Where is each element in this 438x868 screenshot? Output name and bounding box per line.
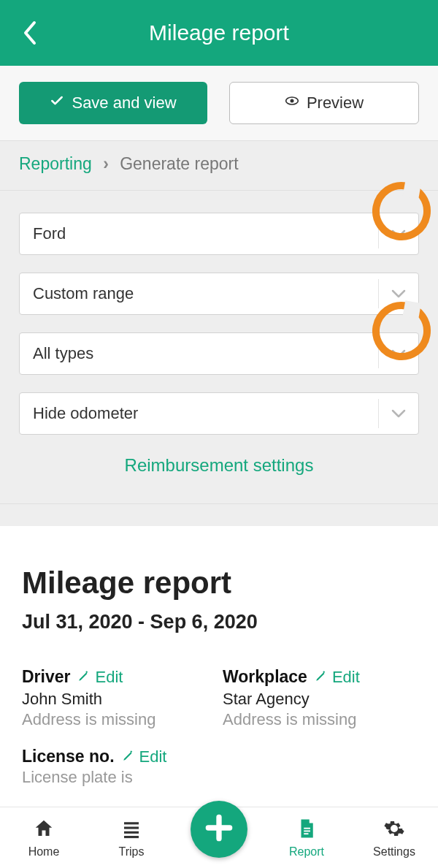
- save-and-view-button[interactable]: Save and view: [19, 82, 207, 124]
- odometer-select[interactable]: Hide odometer: [19, 392, 419, 435]
- preview-button[interactable]: Preview: [229, 82, 419, 124]
- top-bar: Mileage report: [0, 0, 438, 66]
- gear-icon: [383, 818, 405, 842]
- driver-block: Driver Edit John Smith Address is missin…: [22, 667, 215, 729]
- date-range-select-value: Custom range: [33, 284, 134, 303]
- home-icon: [33, 818, 55, 842]
- svg-rect-2: [124, 822, 139, 824]
- nav-report[interactable]: Report: [263, 807, 350, 868]
- nav-home[interactable]: Home: [0, 807, 88, 868]
- svg-rect-6: [304, 827, 310, 829]
- workplace-block: Workplace Edit Star Agency Address is mi…: [223, 667, 416, 729]
- preview-button-label: Preview: [307, 94, 364, 113]
- svg-rect-7: [304, 830, 310, 831]
- breadcrumb: Reporting › Generate report: [0, 141, 438, 191]
- driver-missing: Address is missing: [22, 710, 215, 729]
- nav-trips[interactable]: Trips: [88, 807, 175, 868]
- workplace-label: Workplace: [223, 667, 307, 687]
- chevron-down-icon: [378, 219, 418, 248]
- driver-label: Driver: [22, 667, 70, 687]
- breadcrumb-root[interactable]: Reporting: [19, 154, 92, 173]
- workplace-missing: Address is missing: [223, 710, 416, 729]
- chevron-right-icon: ›: [103, 154, 109, 173]
- svg-point-1: [290, 99, 293, 103]
- nav-label: Report: [289, 845, 324, 859]
- save-button-label: Save and view: [72, 94, 176, 113]
- svg-rect-3: [124, 826, 139, 829]
- plus-icon: [203, 812, 235, 847]
- chevron-down-icon: [378, 339, 418, 368]
- odometer-select-value: Hide odometer: [33, 404, 138, 423]
- edit-workplace-link[interactable]: Edit: [315, 668, 360, 687]
- pencil-icon: [77, 668, 91, 687]
- report-title: Mileage report: [22, 566, 416, 601]
- reimbursement-row: Reimbursement settings: [19, 435, 419, 481]
- nav-add-wrap: [175, 807, 263, 868]
- edit-label: Edit: [95, 668, 123, 687]
- document-icon: [296, 818, 318, 842]
- nav-label: Settings: [373, 845, 415, 859]
- vehicle-select-value: Ford: [33, 224, 66, 243]
- list-icon: [120, 818, 142, 842]
- svg-rect-4: [124, 831, 139, 833]
- action-bar: Save and view Preview: [0, 66, 438, 141]
- breadcrumb-current: Generate report: [120, 154, 238, 173]
- page-title: Mileage report: [149, 20, 289, 45]
- date-range-select[interactable]: Custom range: [19, 273, 419, 315]
- edit-driver-link[interactable]: Edit: [77, 668, 123, 687]
- reimbursement-settings-link[interactable]: Reimbursement settings: [125, 455, 314, 475]
- edit-label: Edit: [139, 747, 167, 766]
- svg-rect-5: [124, 836, 139, 838]
- types-select-value: All types: [33, 344, 93, 363]
- pencil-icon: [122, 747, 135, 766]
- add-button[interactable]: [191, 801, 247, 858]
- pencil-icon: [315, 668, 328, 687]
- edit-license-link[interactable]: Edit: [122, 747, 167, 766]
- types-select[interactable]: All types: [19, 332, 419, 375]
- license-missing: License plate is: [22, 768, 215, 787]
- driver-value: John Smith: [22, 690, 215, 709]
- nav-label: Home: [28, 845, 60, 859]
- license-label: License no.: [22, 747, 115, 766]
- edit-label: Edit: [332, 668, 360, 687]
- nav-settings[interactable]: Settings: [350, 807, 438, 868]
- nav-label: Trips: [119, 845, 145, 859]
- section-gap: [0, 504, 438, 526]
- chevron-down-icon: [378, 399, 418, 428]
- vehicle-select[interactable]: Ford: [19, 213, 419, 255]
- license-block: License no. Edit License plate is: [22, 747, 215, 787]
- bottom-nav: Home Trips Report Settings: [0, 807, 438, 868]
- chevron-down-icon: [378, 279, 418, 308]
- eye-icon: [285, 94, 299, 113]
- filters-panel: Ford Custom range All types Hide odomete…: [0, 191, 438, 504]
- workplace-value: Star Agency: [223, 690, 416, 709]
- report-date-range: Jul 31, 2020 - Sep 6, 2020: [22, 611, 416, 633]
- check-icon: [50, 94, 64, 113]
- back-button[interactable]: [15, 18, 44, 47]
- svg-rect-8: [304, 833, 308, 834]
